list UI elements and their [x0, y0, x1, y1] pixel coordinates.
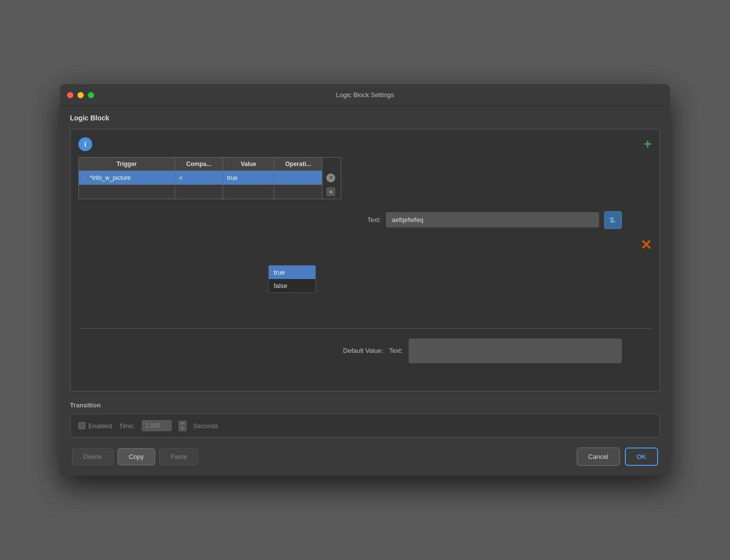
table-row[interactable]: ⠿ *info_w_picture = true ✕	[79, 171, 341, 185]
text-field-label: Text:	[356, 216, 381, 224]
drag-handle-icon[interactable]: ⠿	[83, 175, 86, 181]
transition-title: Transition	[70, 401, 660, 409]
remove-row-button[interactable]: ✕	[326, 173, 335, 182]
left-action-buttons: Delete Copy Paste	[72, 448, 198, 465]
add-icon[interactable]: +	[644, 137, 652, 151]
dropdown-option-true[interactable]: true	[269, 266, 315, 279]
window-content: Logic Block i + Trigger Compa... Value O…	[60, 106, 670, 476]
default-value-row: Default Value: Text:	[78, 338, 622, 363]
minimize-button[interactable]	[77, 92, 84, 98]
cell-trigger: ⠿ *info_w_picture	[79, 171, 175, 185]
titlebar: Logic Block Settings	[60, 84, 670, 106]
cancel-button[interactable]: Cancel	[577, 448, 619, 466]
default-text-label: Text:	[389, 347, 403, 354]
time-label: Time:	[119, 422, 135, 430]
section-title: Logic Block	[70, 114, 660, 122]
cell-trigger-empty	[79, 185, 175, 199]
time-stepper[interactable]: ▲ ▼	[179, 421, 186, 431]
cell-value[interactable]: true	[223, 171, 274, 185]
text-input-field[interactable]	[386, 212, 599, 227]
maximize-button[interactable]	[88, 92, 94, 98]
cell-remove: ✕	[322, 171, 341, 185]
right-action-buttons: Cancel OK	[577, 448, 658, 466]
delete-button[interactable]: Delete	[72, 448, 114, 465]
top-icons-row: i +	[78, 137, 652, 151]
col-header-value: Value	[223, 158, 274, 171]
cell-add-empty: +	[322, 185, 341, 199]
conditions-table: Trigger Compa... Value Operati... ⠿	[78, 157, 341, 199]
stepper-up-button[interactable]: ▲	[179, 421, 186, 426]
section-divider	[78, 328, 652, 329]
col-header-comparator: Compa...	[175, 158, 223, 171]
cell-comparator: =	[175, 171, 223, 185]
col-header-trigger: Trigger	[79, 158, 175, 171]
transition-controls: Enabled Time: ▲ ▼ Seconds	[70, 414, 660, 438]
enabled-checkbox-label[interactable]: Enabled	[78, 422, 112, 430]
time-input[interactable]	[142, 420, 172, 431]
traffic-lights	[67, 92, 94, 98]
col-header-operation: Operati...	[274, 158, 322, 171]
seconds-label: Seconds	[193, 422, 219, 430]
stepper-down-button[interactable]: ▼	[179, 426, 186, 431]
enabled-label-text: Enabled	[88, 422, 112, 430]
default-value-input[interactable]	[409, 338, 622, 363]
default-value-label: Default Value:	[343, 347, 383, 354]
bottom-bar: Delete Copy Paste Cancel OK	[70, 448, 660, 466]
cell-operation-empty	[274, 185, 322, 199]
variable-icon: $.	[610, 216, 616, 224]
main-window: Logic Block Settings Logic Block i + Tri…	[60, 84, 670, 476]
cell-value-empty	[223, 185, 274, 199]
text-row: Text: $.	[78, 211, 622, 229]
cell-comparator-empty	[175, 185, 223, 199]
add-row-button[interactable]: +	[326, 187, 335, 196]
close-button[interactable]	[67, 92, 73, 98]
dropdown-option-false[interactable]: false	[269, 279, 315, 292]
copy-button[interactable]: Copy	[118, 448, 155, 465]
table-area: Trigger Compa... Value Operati... ⠿	[78, 157, 652, 199]
info-icon[interactable]: i	[78, 137, 92, 151]
paste-button[interactable]: Paste	[159, 448, 198, 465]
cell-operation	[274, 171, 322, 185]
main-panel: i + Trigger Compa... Value Operati...	[70, 129, 660, 392]
delete-condition-icon[interactable]: ✕	[640, 238, 652, 252]
col-header-actions	[322, 158, 341, 171]
transition-section: Transition Enabled Time: ▲ ▼ Seconds	[70, 401, 660, 438]
ok-button[interactable]: OK	[625, 448, 659, 466]
variable-button[interactable]: $.	[604, 211, 622, 229]
value-dropdown[interactable]: true false	[268, 265, 316, 293]
enabled-checkbox[interactable]	[78, 422, 85, 429]
window-title: Logic Block Settings	[336, 91, 394, 99]
table-row-empty[interactable]: +	[79, 185, 341, 199]
